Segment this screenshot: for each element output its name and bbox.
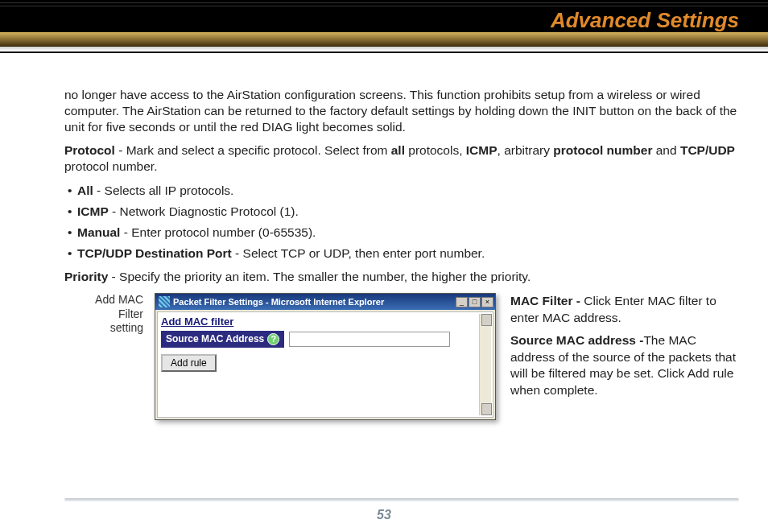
bullet-rest: - Select TCP or UDP, then enter port num… — [232, 246, 485, 260]
text-bold: all — [391, 143, 405, 157]
protocol-paragraph: Protocol - Mark and select a specific pr… — [64, 142, 739, 175]
list-item: • ICMP - Network Diagnostic Protocol (1)… — [66, 204, 739, 220]
header-bottom-fade — [0, 47, 768, 52]
titlebar: Packet Filter Settings - Microsoft Inter… — [155, 294, 495, 310]
priority-label: Priority — [64, 270, 108, 283]
maximize-button[interactable]: □ — [469, 297, 481, 307]
window-controls: _ □ × — [456, 297, 493, 307]
text-bold: protocol number — [553, 143, 652, 157]
bullet-dot: • — [66, 183, 77, 199]
protocol-label: Protocol — [64, 143, 115, 157]
window-body: Add MAC filter Source MAC Address ? Add … — [157, 311, 493, 418]
section-heading: Add MAC filter — [161, 315, 489, 329]
caption-line: Add MAC — [64, 293, 143, 307]
text-bold: Source MAC address - — [510, 333, 643, 347]
protocol-bullets: • All - Selects all IP protocols. • ICMP… — [66, 183, 739, 261]
minimize-button[interactable]: _ — [456, 297, 468, 307]
help-icon[interactable]: ? — [267, 333, 279, 345]
bullet-bold: TCP/UDP Destination Port — [77, 246, 232, 260]
mac-filter-paragraph: MAC Filter - Click Enter MAC filter to e… — [510, 293, 739, 326]
bullet-bold: ICMP — [77, 204, 109, 218]
list-item: • Manual - Enter protocol number (0-6553… — [66, 225, 739, 241]
browser-window: Packet Filter Settings - Microsoft Inter… — [155, 293, 496, 420]
bullet-rest: - Enter protocol number (0-65535). — [120, 225, 316, 239]
text: - Specify the priority an item. The smal… — [108, 270, 531, 283]
figure-caption: Add MAC Filter setting — [64, 293, 155, 420]
bullet-rest: - Network Diagnostic Protocol (1). — [109, 204, 299, 218]
bullet-bold: All — [77, 184, 93, 197]
source-mac-paragraph: Source MAC address -The MAC address of t… — [510, 332, 739, 398]
header-stripe — [0, 6, 768, 6]
figure-row: Add MAC Filter setting Packet Filter Set… — [64, 293, 739, 420]
page-number: 53 — [0, 508, 768, 522]
caption-line: Filter — [64, 307, 143, 322]
text-bold: ICMP — [466, 143, 498, 157]
screenshot-window: Packet Filter Settings - Microsoft Inter… — [155, 293, 496, 420]
text: , arbitrary — [498, 143, 554, 157]
mac-address-input[interactable] — [289, 332, 450, 347]
close-button[interactable]: × — [481, 297, 493, 307]
scrollbar[interactable] — [479, 314, 491, 415]
field-label-text: Source MAC Address — [166, 333, 264, 345]
field-label: Source MAC Address ? — [161, 331, 284, 348]
list-item: • TCP/UDP Destination Port - Select TCP … — [66, 245, 739, 262]
right-column: MAC Filter - Click Enter MAC filter to e… — [496, 293, 739, 420]
add-rule-button[interactable]: Add rule — [161, 354, 217, 372]
list-item: • All - Selects all IP protocols. — [66, 183, 739, 199]
page-title: Advanced Settings — [551, 8, 739, 33]
bullet-dot: • — [66, 204, 77, 220]
bullet-rest: - Selects all IP protocols. — [93, 184, 234, 197]
text: - Mark and select a specific protocol. S… — [115, 143, 391, 157]
field-row: Source MAC Address ? — [161, 331, 489, 348]
text: protocols, — [405, 143, 466, 157]
header-gradient — [0, 32, 768, 47]
header-stripe — [0, 2, 768, 3]
bullet-dot: • — [66, 225, 77, 241]
intro-paragraph: no longer have access to the AirStation … — [64, 87, 739, 134]
window-title: Packet Filter Settings - Microsoft Inter… — [173, 296, 456, 307]
content-area: no longer have access to the AirStation … — [64, 87, 739, 420]
priority-paragraph: Priority - Specify the priority an item.… — [64, 269, 739, 285]
text-bold: MAC Filter - — [510, 294, 584, 307]
footer-divider — [64, 498, 739, 501]
text-bold: TCP/UDP — [680, 143, 735, 157]
bullet-bold: Manual — [77, 225, 120, 239]
text: and — [652, 143, 679, 157]
caption-line: setting — [64, 321, 143, 336]
ie-icon — [159, 296, 170, 307]
bullet-dot: • — [66, 245, 77, 262]
text: protocol number. — [64, 159, 157, 173]
